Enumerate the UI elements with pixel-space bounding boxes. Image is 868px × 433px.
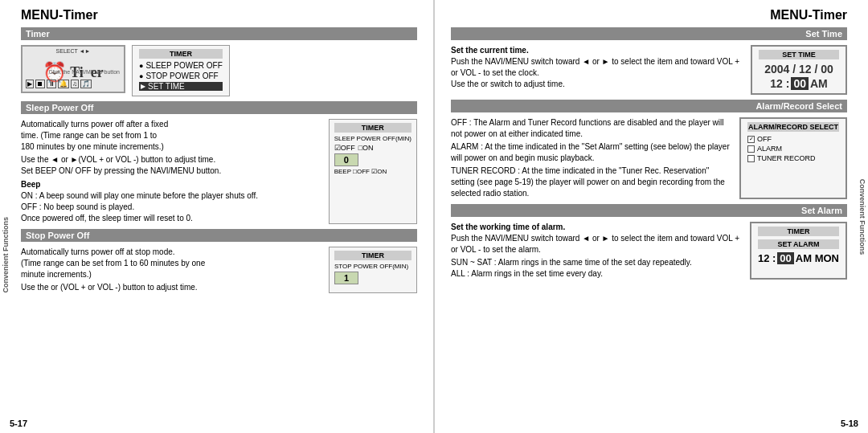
left-side-label: Convenient Functions (2, 217, 10, 293)
left-page-number: 5-17 (10, 419, 27, 428)
alarm-option-alarm: ALARM (747, 145, 839, 153)
timer-menu-item-settime: ▶ SET TIME (139, 82, 223, 91)
alarm-text: OFF : The Alarm and Tuner Record functio… (451, 117, 733, 199)
right-page-number: 5-18 (841, 419, 858, 428)
left-page: MENU-Timer Timer SELECT ◄► ⏰ Ti er ▶ ⏹ ⏸… (0, 0, 435, 433)
tuner-checkbox[interactable] (747, 155, 755, 162)
set-time-text: Set the current time. Push the NAVI/MENU… (451, 45, 744, 95)
right-page: MENU-Timer Set Time Set the current time… (435, 0, 868, 433)
sleep-panel: TIMER SLEEP POWER OFF(MIN) ☑OFF □ON 0 BE… (329, 119, 417, 224)
stop-section: Automatically turns power off at stop mo… (21, 247, 417, 293)
left-page-title: MENU-Timer (21, 8, 417, 22)
set-time-panel-title: SET TIME (759, 50, 839, 59)
timer-menu-item-sleep: ● SLEEP POWER OFF (139, 61, 223, 70)
timer-menu: TIMER ● SLEEP POWER OFF ● STOP POWER OFF… (132, 45, 230, 96)
set-time-header: Set Time (451, 27, 847, 40)
alarm-option-off: ✓ OFF (747, 135, 839, 143)
beep-label: Beep (21, 180, 40, 189)
stop-panel: TIMER STOP POWER OFF(MIN) 1 (329, 247, 417, 293)
sleep-value: 0 (334, 153, 358, 166)
off-checkbox[interactable]: ✓ (747, 136, 755, 143)
set-time-date: 2004 / 12 / 00 (759, 63, 839, 76)
set-alarm-panel: TIMER SET ALARM 12 : 00 AM MON (750, 222, 847, 280)
set-alarm-sub: SET ALARM (758, 239, 839, 249)
alarm-time-highlight: 00 (777, 252, 793, 264)
set-alarm-panel-title: TIMER (758, 227, 839, 236)
click-label: Click the NAVI/MENU button (48, 69, 120, 76)
timer-header: Timer (21, 27, 417, 40)
set-time-section: Set the current time. Push the NAVI/MENU… (451, 45, 847, 95)
timer-screen: SELECT ◄► ⏰ Ti er ▶ ⏹ ⏸ 🔔 ♫ 🎵 Click the … (21, 45, 125, 93)
set-time-clock: 12 : 00 AM (759, 77, 839, 90)
stop-panel-label: STOP POWER OFF(MIN) (334, 263, 411, 270)
icon2: ⏹ (35, 80, 45, 88)
sleep-panel-label: SLEEP POWER OFF(MIN) (334, 135, 411, 142)
sleep-header: Sleep Power Off (21, 101, 417, 114)
stop-text: Automatically turns power off at stop mo… (21, 247, 322, 293)
set-alarm-text: Set the working time of alarm. Push the … (451, 222, 743, 280)
alarm-option-tuner: TUNER RECORD (747, 154, 839, 162)
set-alarm-section: Set the working time of alarm. Push the … (451, 222, 847, 280)
select-arrow-label: SELECT ◄► (56, 48, 91, 54)
alarm-checkbox[interactable] (747, 145, 755, 153)
set-alarm-bold: Set the working time of alarm. (451, 223, 565, 231)
set-alarm-time: 12 : 00 AM MON (758, 252, 839, 264)
sleep-section: Automatically turns power off after a fi… (21, 119, 417, 224)
beep-row: BEEP □OFF ☑ON (334, 168, 411, 175)
set-time-bold: Set the current time. (451, 46, 529, 55)
right-side-label: Convenient Functions (858, 178, 866, 255)
alarm-panel-title: ALARM/RECORD SELECT (747, 122, 839, 132)
set-alarm-header: Set Alarm (451, 204, 847, 217)
icon5: ♫ (71, 80, 79, 88)
sleep-text: Automatically turns power off after a fi… (21, 119, 322, 224)
timer-icons: ▶ ⏹ ⏸ 🔔 ♫ 🎵 (26, 80, 92, 88)
icon4: 🔔 (58, 80, 69, 88)
icon3: ⏸ (47, 80, 56, 88)
alarm-section: OFF : The Alarm and Tuner Record functio… (451, 117, 847, 199)
icon6: 🎵 (80, 80, 92, 88)
timer-menu-item-stop: ● STOP POWER OFF (139, 71, 223, 80)
stop-value: 1 (334, 272, 358, 284)
icon1: ▶ (26, 80, 34, 88)
set-time-panel: SET TIME 2004 / 12 / 00 12 : 00 AM (751, 45, 847, 95)
timer-menu-title: TIMER (139, 49, 223, 59)
alarm-panel: ALARM/RECORD SELECT ✓ OFF ALARM TUNER RE… (739, 117, 847, 199)
right-page-title: MENU-Timer (451, 8, 847, 22)
timer-section: SELECT ◄► ⏰ Ti er ▶ ⏹ ⏸ 🔔 ♫ 🎵 Click the … (21, 45, 417, 96)
stop-header: Stop Power Off (21, 229, 417, 242)
time-highlight: 00 (791, 77, 809, 90)
alarm-record-header: Alarm/Record Select (451, 100, 847, 112)
